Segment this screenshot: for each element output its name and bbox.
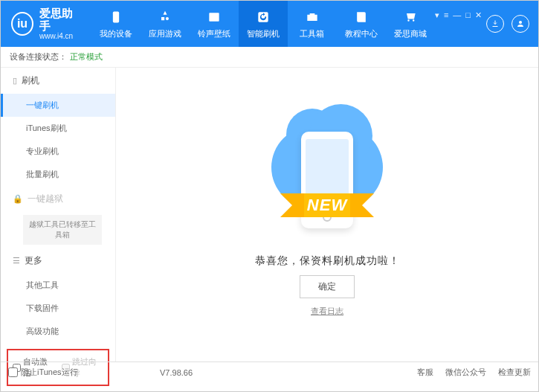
toolbox-icon <box>304 9 320 25</box>
phone-icon: ▯ <box>13 76 17 86</box>
apps-icon <box>157 9 173 25</box>
app-title: 爱思助手 <box>39 7 81 32</box>
nav-tutorials[interactable]: 教程中心 <box>337 1 386 47</box>
nav-store[interactable]: 爱思商城 <box>386 1 435 47</box>
status-bar: 设备连接状态： 正常模式 <box>1 47 538 68</box>
logo: iu 爱思助手 www.i4.cn <box>1 7 91 40</box>
app-header: iu 爱思助手 www.i4.cn 我的设备 应用游戏 铃声壁纸 智能刷机 工具… <box>1 1 538 47</box>
footer-update[interactable]: 检查更新 <box>498 367 531 378</box>
success-illustration: NEW <box>268 113 387 247</box>
cart-icon <box>402 9 419 25</box>
nav-flash[interactable]: 智能刷机 <box>239 1 288 47</box>
sidebar-group-jailbreak: 🔒一键越狱 <box>1 186 115 212</box>
status-label: 设备连接状态： <box>10 51 67 62</box>
view-log-link[interactable]: 查看日志 <box>311 306 343 317</box>
svg-point-3 <box>519 21 522 24</box>
nav-ringtones[interactable]: 铃声壁纸 <box>190 1 239 47</box>
version-label: V7.98.66 <box>160 368 193 377</box>
block-itunes-checkbox[interactable]: 阻止iTunes运行 <box>8 367 78 378</box>
footer: 阻止iTunes运行 V7.98.66 客服 微信公众号 检查更新 <box>1 362 538 382</box>
sidebar: ▯刷机 一键刷机 iTunes刷机 专业刷机 批量刷机 🔒一键越狱 越狱工具已转… <box>1 68 116 362</box>
pin-icon[interactable]: ≡ <box>444 10 448 20</box>
minimize-icon[interactable]: — <box>453 10 461 20</box>
sidebar-item-other[interactable]: 其他工具 <box>1 274 115 297</box>
lock-icon: 🔒 <box>13 194 23 204</box>
new-ribbon: NEW <box>295 193 359 217</box>
sidebar-item-itunes[interactable]: iTunes刷机 <box>1 117 115 140</box>
sidebar-item-pro[interactable]: 专业刷机 <box>1 140 115 163</box>
footer-support[interactable]: 客服 <box>417 367 433 378</box>
svg-rect-1 <box>209 13 219 22</box>
nav-apps[interactable]: 应用游戏 <box>141 1 190 47</box>
window-controls: ▾ ≡ — □ ✕ <box>435 10 482 20</box>
footer-wechat[interactable]: 微信公众号 <box>445 367 486 378</box>
logo-icon: iu <box>11 12 33 36</box>
sidebar-item-download[interactable]: 下载固件 <box>1 297 115 320</box>
close-icon[interactable]: ✕ <box>475 10 482 20</box>
sidebar-item-advanced[interactable]: 高级功能 <box>1 320 115 343</box>
device-icon <box>108 9 124 25</box>
main-nav: 我的设备 应用游戏 铃声壁纸 智能刷机 工具箱 教程中心 爱思商城 <box>91 1 435 47</box>
sidebar-group-more[interactable]: ☰更多 <box>1 248 115 274</box>
menu-icon[interactable]: ▾ <box>435 10 439 20</box>
refresh-icon <box>255 9 271 25</box>
sidebar-group-flash[interactable]: ▯刷机 <box>1 68 115 94</box>
success-message: 恭喜您，保资料刷机成功啦！ <box>255 254 400 268</box>
sidebar-item-batch[interactable]: 批量刷机 <box>1 163 115 186</box>
main-content: NEW 恭喜您，保资料刷机成功啦！ 确定 查看日志 <box>116 68 538 362</box>
download-button[interactable] <box>486 15 504 33</box>
book-icon <box>353 9 369 25</box>
picture-icon <box>206 9 222 25</box>
svg-rect-0 <box>113 11 119 22</box>
more-icon: ☰ <box>13 256 20 266</box>
ok-button[interactable]: 确定 <box>300 275 355 298</box>
user-button[interactable] <box>511 15 529 33</box>
nav-toolbox[interactable]: 工具箱 <box>288 1 337 47</box>
nav-my-device[interactable]: 我的设备 <box>91 1 141 47</box>
status-value: 正常模式 <box>70 51 103 62</box>
app-url: www.i4.cn <box>39 32 81 40</box>
header-right: ▾ ≡ — □ ✕ <box>435 10 538 38</box>
jailbreak-note: 越狱工具已转移至工具箱 <box>23 215 102 245</box>
maximize-icon[interactable]: □ <box>465 10 471 20</box>
sidebar-item-oneclick[interactable]: 一键刷机 <box>1 94 115 117</box>
